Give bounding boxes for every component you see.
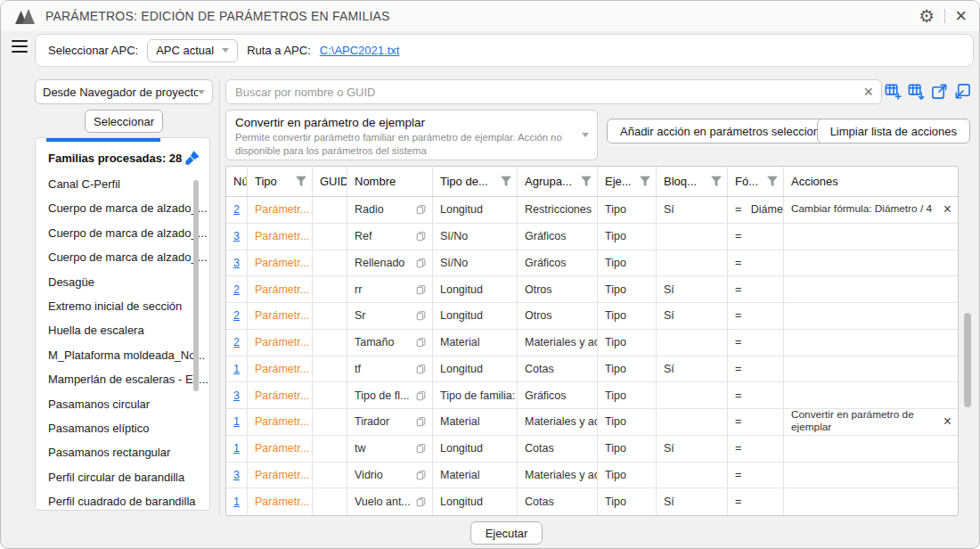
table-add-icon[interactable] xyxy=(885,83,902,100)
column-header[interactable]: Tipo de... xyxy=(433,167,518,196)
execute-button[interactable]: Ejecutar xyxy=(470,521,543,545)
table-row[interactable]: 3 Parámetr... Tipo de fl... Tipo de fami… xyxy=(226,382,958,409)
gear-icon[interactable]: ⚙ xyxy=(919,7,935,25)
clear-search-icon[interactable]: × xyxy=(863,84,873,100)
copy-icon[interactable] xyxy=(416,284,426,295)
close-icon[interactable]: × xyxy=(955,6,967,26)
search-input[interactable] xyxy=(235,86,863,99)
filter-icon[interactable] xyxy=(580,176,592,187)
copy-icon[interactable] xyxy=(416,310,426,321)
column-header[interactable]: Bloq... xyxy=(657,167,728,196)
action-dropdown[interactable]: Convertir en parámetro de ejemplar Permi… xyxy=(225,110,598,160)
source-dropdown[interactable]: Desde Navegador de proyectos xyxy=(35,79,213,104)
family-list-item[interactable]: M_Plataforma moldeada_No... xyxy=(36,343,209,367)
apc-path-link[interactable]: C:\APC2021.txt xyxy=(320,44,400,57)
param-count-link[interactable]: 1 xyxy=(233,363,240,375)
families-scrollbar[interactable] xyxy=(193,180,199,391)
param-count-link[interactable]: 3 xyxy=(233,469,240,481)
filter-icon[interactable] xyxy=(500,176,512,187)
param-count-link[interactable]: 2 xyxy=(233,203,240,216)
remove-action-icon[interactable]: × xyxy=(943,202,951,217)
copy-icon[interactable] xyxy=(416,337,426,348)
import-icon[interactable] xyxy=(954,83,971,100)
families-list: Canal C-PerfilCuerpo de marca de alzado_… xyxy=(36,172,209,511)
copy-icon[interactable] xyxy=(416,390,426,401)
table-row[interactable]: 1 Parámetr... Vuelo ant... Longitud Cota… xyxy=(226,488,958,515)
apc-select-dropdown[interactable]: APC actual xyxy=(147,39,238,62)
column-header[interactable]: Tipo xyxy=(248,167,313,196)
family-list-item[interactable]: Cuerpo de marca de alzado_... xyxy=(36,221,209,245)
family-list-item[interactable]: Desagüe xyxy=(36,270,209,294)
column-header[interactable]: Nombre xyxy=(347,167,433,196)
family-list-item[interactable]: Pasamanos circular xyxy=(36,392,209,416)
column-header[interactable]: Núm xyxy=(226,167,248,196)
formula-cell: = xyxy=(728,409,784,435)
select-button[interactable]: Seleccionar xyxy=(85,110,163,133)
family-list-item[interactable]: Mamperlán de escaleras - Es... xyxy=(36,367,209,391)
data-type-cell: Longitud xyxy=(433,303,518,329)
formula-cell: = xyxy=(728,382,784,408)
name-cell: Sr xyxy=(347,303,433,329)
filter-icon[interactable] xyxy=(639,176,651,187)
column-header[interactable]: Fó... xyxy=(728,167,784,196)
actions-cell xyxy=(784,463,958,488)
filter-icon[interactable] xyxy=(710,176,723,187)
formula-cell: = xyxy=(728,330,784,356)
table-fill-down-icon[interactable] xyxy=(908,83,925,100)
data-type-cell: Sí/No xyxy=(433,224,518,250)
menu-icon[interactable] xyxy=(12,40,28,56)
family-list-item[interactable]: Extremo inicial de sección xyxy=(36,294,209,318)
param-count-link[interactable]: 3 xyxy=(233,389,240,402)
family-list-item[interactable]: Perfil circular de barandilla xyxy=(36,465,209,489)
instance-cell: Tipo xyxy=(598,356,657,382)
param-count-link[interactable]: 1 xyxy=(233,496,240,508)
table-row[interactable]: 3 Parámetr... Ref Sí/No Gráficos Tipo = xyxy=(226,224,958,250)
grouping-cell: Cotas xyxy=(518,488,598,515)
table-row[interactable]: 2 Parámetr... Radio Longitud Restriccion… xyxy=(226,197,958,224)
param-count-link[interactable]: 2 xyxy=(233,336,240,348)
locked-cell: Sí xyxy=(657,197,728,223)
param-count-link[interactable]: 2 xyxy=(233,283,240,296)
clear-actions-button[interactable]: Limpiar lista de acciones xyxy=(817,119,970,143)
copy-icon[interactable] xyxy=(416,258,426,268)
param-count-link[interactable]: 3 xyxy=(233,257,240,269)
param-count-link[interactable]: 2 xyxy=(233,309,240,322)
export-icon[interactable] xyxy=(931,83,948,100)
remove-action-icon[interactable]: × xyxy=(943,414,951,429)
column-header[interactable]: Acciones xyxy=(784,167,958,196)
copy-icon[interactable] xyxy=(416,496,426,507)
filter-icon[interactable] xyxy=(766,176,779,187)
param-count-link[interactable]: 1 xyxy=(233,442,240,455)
family-list-item[interactable]: Perfil cuadrado de barandilla xyxy=(36,489,209,511)
copy-icon[interactable] xyxy=(416,204,426,215)
copy-icon[interactable] xyxy=(416,364,426,374)
family-list-item[interactable]: Pasamanos rectangular xyxy=(36,440,209,464)
family-list-item[interactable]: Cuerpo de marca de alzado_... xyxy=(36,245,209,269)
copy-icon[interactable] xyxy=(416,416,426,427)
column-header[interactable]: GUID xyxy=(313,167,347,196)
table-row[interactable]: 1 Parámetr... Tirador Material Materiale… xyxy=(226,409,958,436)
column-header[interactable]: Eje... xyxy=(598,167,657,196)
table-row[interactable]: 2 Parámetr... Sr Longitud Otros Tipo Sí … xyxy=(226,303,958,330)
table-row[interactable]: 3 Parámetr... Rellenado Sí/No Gráficos T… xyxy=(226,250,958,277)
copy-icon[interactable] xyxy=(416,443,426,454)
table-row[interactable]: 1 Parámetr... tw Longitud Cotas Tipo Sí … xyxy=(226,436,958,463)
brush-icon[interactable] xyxy=(184,150,200,166)
table-row[interactable]: 3 Parámetr... Vidrio Material Materiales… xyxy=(226,463,958,489)
table-row[interactable]: 2 Parámetr... Tamaño Material Materiales… xyxy=(226,330,958,356)
family-list-item[interactable]: Canal C-Perfil xyxy=(36,172,209,196)
copy-icon[interactable] xyxy=(416,470,426,480)
family-list-item[interactable]: Huella de escalera xyxy=(36,318,209,342)
copy-icon[interactable] xyxy=(416,231,426,242)
grouping-cell: Gráficos xyxy=(518,224,598,250)
table-scrollbar[interactable] xyxy=(964,313,971,407)
filter-icon[interactable] xyxy=(295,176,307,187)
family-list-item[interactable]: Cuerpo de marca de alzado_... xyxy=(36,196,209,220)
param-count-link[interactable]: 3 xyxy=(233,230,240,242)
param-count-link[interactable]: 1 xyxy=(233,415,240,428)
family-list-item[interactable]: Pasamanos elíptico xyxy=(36,416,209,440)
column-header[interactable]: Agrupa... xyxy=(518,167,598,196)
param-kind-cell: Parámetr... xyxy=(248,463,313,488)
table-row[interactable]: 1 Parámetr... tf Longitud Cotas Tipo Sí … xyxy=(226,356,958,383)
table-row[interactable]: 2 Parámetr... rr Longitud Otros Tipo Sí … xyxy=(226,276,958,303)
